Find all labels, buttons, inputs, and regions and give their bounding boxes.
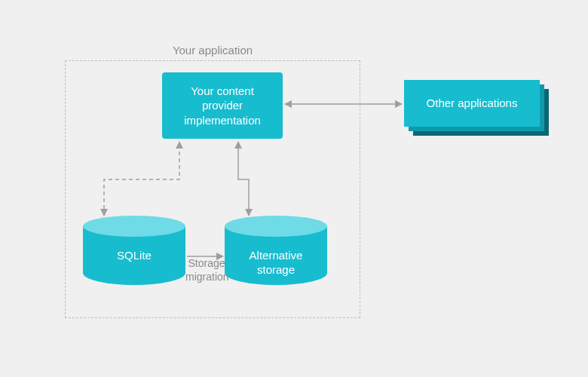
alt-storage-label: Alternative storage	[225, 249, 327, 277]
cylinder-top	[225, 216, 327, 237]
content-provider-label: Your content provider implementation	[184, 84, 261, 128]
cylinder-top	[83, 216, 185, 237]
diagram-canvas: Your application Your content provider i…	[0, 0, 588, 377]
other-applications-box: Other applications	[404, 80, 540, 127]
content-provider-box: Your content provider implementation	[162, 72, 283, 139]
storage-migration-label: Storage migration	[185, 256, 228, 284]
sqlite-label: SQLite	[83, 249, 185, 263]
container-label: Your application	[65, 44, 360, 57]
other-apps-label: Other applications	[427, 96, 518, 111]
